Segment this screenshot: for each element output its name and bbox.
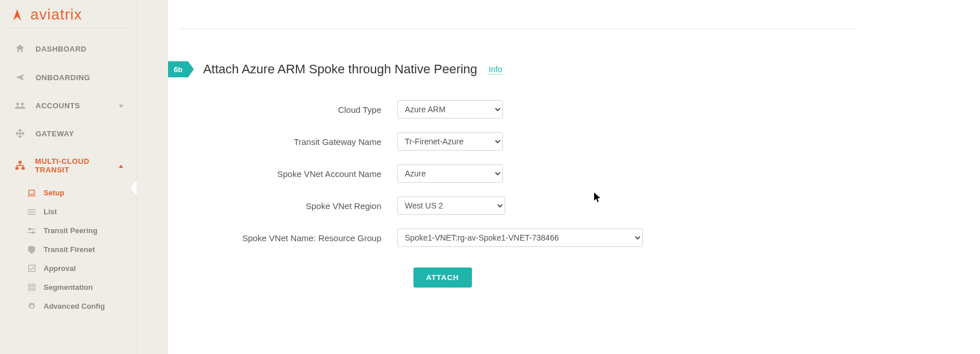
attach-button[interactable]: ATTACH (413, 268, 472, 288)
list-icon (28, 209, 36, 215)
subnav-list[interactable]: List (0, 202, 136, 221)
move-icon (14, 128, 26, 139)
row-cloud-type: Cloud Type Azure ARM (168, 100, 980, 119)
aviatrix-logo-icon (9, 8, 26, 22)
nav-multi-cloud-transit-label: MULTI-CLOUD TRANSIT (35, 157, 122, 174)
subnav-advanced-config-label: Advanced Config (44, 302, 105, 310)
subnav-approval[interactable]: Approval (0, 259, 136, 278)
svg-point-0 (16, 103, 19, 105)
row-spoke-vnet-account-name: Spoke VNet Account Name Azure (168, 164, 980, 183)
subnav-list-label: List (44, 207, 57, 216)
info-link[interactable]: Info (489, 65, 502, 74)
subnav-transit-firenet[interactable]: Transit Firenet (0, 240, 136, 259)
row-transit-gateway-name: Transit Gateway Name Tr-Firenet-Azure (168, 132, 980, 151)
label-spoke-vnet-account-name: Spoke VNet Account Name (168, 169, 397, 179)
main-content: 6b Attach Azure ARM Spoke through Native… (168, 0, 980, 354)
nav-onboarding[interactable]: ONBOARDING (0, 63, 136, 92)
laptop-icon (28, 190, 36, 196)
shield-icon (28, 246, 36, 254)
brand-logo[interactable]: aviatrix (9, 6, 127, 23)
row-spoke-vnet-region: Spoke VNet Region West US 2 (168, 196, 980, 215)
sliders-icon (28, 227, 36, 234)
step-number: 6b (168, 61, 188, 77)
select-spoke-vnet-account-name[interactable]: Azure (397, 164, 503, 183)
nav-gateway-label: GATEWAY (36, 129, 74, 138)
nav-accounts[interactable]: ACCOUNTS (0, 92, 136, 119)
subnav-setup-label: Setup (44, 188, 64, 197)
svg-point-7 (32, 231, 34, 233)
grid-icon (28, 284, 36, 291)
select-spoke-vnet-name-rg[interactable]: Spoke1-VNET:rg-av-Spoke1-VNET-738466 (397, 229, 643, 247)
network-icon (14, 160, 26, 171)
svg-rect-8 (29, 265, 35, 272)
svg-rect-2 (18, 161, 21, 164)
check-square-icon (28, 265, 36, 272)
caret-down-icon (119, 101, 123, 110)
row-spoke-vnet-name-rg: Spoke VNet Name: Resource Group Spoke1-V… (168, 229, 980, 247)
subnav-transit-peering-label: Transit Peering (44, 226, 97, 235)
label-spoke-vnet-name-rg: Spoke VNet Name: Resource Group (168, 233, 397, 243)
button-row: ATTACH (168, 268, 980, 288)
step-tag-arrow (188, 61, 194, 77)
svg-rect-11 (29, 288, 31, 290)
logo-area: aviatrix (9, 0, 127, 29)
active-notch (128, 180, 136, 196)
step-title: Attach Azure ARM Spoke through Native Pe… (203, 62, 477, 77)
select-cloud-type[interactable]: Azure ARM (397, 100, 503, 119)
caret-up-icon (119, 162, 123, 170)
subnav-transit-peering[interactable]: Transit Peering (0, 221, 136, 240)
label-cloud-type: Cloud Type (168, 105, 397, 115)
svg-rect-4 (21, 167, 24, 170)
subnav-segmentation[interactable]: Segmentation (0, 278, 136, 297)
select-transit-gateway-name[interactable]: Tr-Firenet-Azure (397, 132, 503, 151)
gear-icon (28, 302, 36, 310)
svg-rect-12 (33, 288, 35, 290)
nav-gateway[interactable]: GATEWAY (0, 119, 136, 148)
svg-rect-9 (29, 284, 31, 286)
home-icon (14, 44, 26, 54)
step-header: 6b Attach Azure ARM Spoke through Native… (168, 61, 980, 77)
primary-nav: DASHBOARD ONBOARDING ACCOUNTS GATEWAY (0, 34, 136, 183)
nav-accounts-label: ACCOUNTS (36, 101, 80, 110)
nav-multi-cloud-transit[interactable]: MULTI-CLOUD TRANSIT (0, 148, 136, 183)
svg-point-6 (29, 228, 30, 230)
sidebar: aviatrix DASHBOARD ONBOARDING ACCOUNTS (0, 0, 136, 354)
nav-onboarding-label: ONBOARDING (36, 73, 90, 82)
plane-icon (14, 72, 26, 82)
svg-rect-5 (29, 190, 34, 194)
step-tag: 6b (168, 61, 194, 77)
nav-dashboard-label: DASHBOARD (36, 45, 87, 53)
brand-name: aviatrix (30, 6, 82, 23)
section-divider (179, 29, 856, 29)
users-icon (14, 101, 26, 110)
label-transit-gateway-name: Transit Gateway Name (168, 137, 397, 147)
subnav-transit-firenet-label: Transit Firenet (44, 245, 95, 254)
label-spoke-vnet-region: Spoke VNet Region (168, 201, 397, 211)
multi-cloud-transit-subnav: Setup List Transit Peering Transit Firen… (0, 183, 136, 316)
svg-rect-10 (33, 284, 35, 286)
select-spoke-vnet-region[interactable]: West US 2 (397, 196, 505, 215)
subnav-setup[interactable]: Setup (0, 183, 136, 202)
svg-point-1 (21, 103, 24, 105)
nav-dashboard[interactable]: DASHBOARD (0, 34, 136, 63)
subnav-advanced-config[interactable]: Advanced Config (0, 297, 136, 316)
subnav-approval-label: Approval (44, 264, 76, 273)
svg-rect-3 (15, 167, 18, 170)
subnav-segmentation-label: Segmentation (44, 283, 93, 292)
attach-form: Cloud Type Azure ARM Transit Gateway Nam… (168, 100, 980, 288)
